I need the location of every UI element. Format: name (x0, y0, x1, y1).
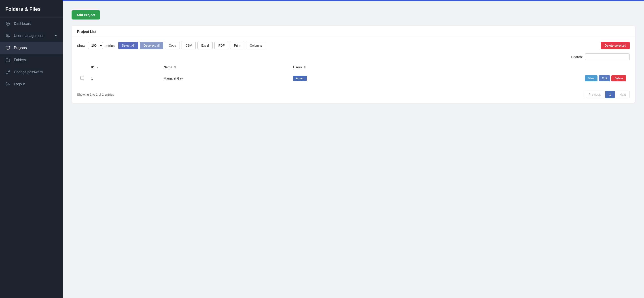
search-input[interactable] (585, 53, 630, 60)
search-row: Search: (77, 53, 630, 60)
projects-icon (5, 46, 10, 50)
sidebar: Folders & Files Dashboard User managem (0, 0, 62, 298)
page-content: Add Project Project List Show 10 25 50 1… (62, 1, 644, 298)
sidebar-item-user-management[interactable]: User management ▼ (0, 30, 62, 42)
showing-text: Showing 1 to 1 of 1 entries (77, 93, 114, 96)
delete-selected-button[interactable]: Delete selected (601, 42, 630, 49)
sidebar-nav: Dashboard User management ▼ (0, 18, 62, 90)
sidebar-item-dashboard[interactable]: Dashboard (0, 18, 62, 30)
delete-row-button[interactable]: Delete (611, 75, 626, 81)
sort-icon-name: ⇅ (174, 66, 176, 69)
logout-icon (5, 82, 10, 87)
th-id-label: ID (91, 65, 94, 69)
svg-point-0 (8, 23, 8, 25)
show-label: Show (77, 44, 86, 48)
th-name-label: Name (164, 65, 172, 69)
row-checkbox[interactable] (80, 76, 84, 80)
project-list-card: Project List Show 10 25 50 100 entries S… (72, 26, 635, 103)
sidebar-item-dashboard-label: Dashboard (14, 22, 57, 26)
previous-button[interactable]: Previous (585, 91, 604, 98)
dashboard-icon (5, 21, 10, 26)
copy-button[interactable]: Copy (165, 42, 180, 49)
sort-icon-users: ⇅ (304, 66, 306, 69)
sidebar-item-change-password-label: Change password (14, 70, 57, 74)
projects-table: ID ▼ Name ⇅ Users ⇅ (77, 63, 630, 84)
sidebar-item-logout-label: Logout (14, 82, 57, 86)
users-icon (5, 33, 10, 38)
sidebar-item-user-management-label: User management (14, 34, 51, 38)
next-button[interactable]: Next (616, 91, 630, 98)
add-project-button[interactable]: Add Project (72, 10, 100, 20)
row-name: Margaret Gay (160, 72, 290, 84)
sort-icon-id: ▼ (96, 66, 99, 69)
sidebar-item-change-password[interactable]: Change password (0, 66, 62, 78)
sidebar-item-logout[interactable]: Logout (0, 78, 62, 90)
card-title: Project List (72, 26, 635, 37)
sidebar-item-folders[interactable]: Folders (0, 54, 62, 66)
deselect-all-button[interactable]: Deselect all (140, 42, 163, 49)
columns-button[interactable]: Columns (246, 42, 266, 49)
th-users-label: Users (293, 65, 302, 69)
action-buttons: View Edit Delete (395, 75, 626, 81)
folders-icon (5, 58, 10, 63)
app-title: Folders & Files (0, 0, 62, 18)
table-header-row: ID ▼ Name ⇅ Users ⇅ (77, 63, 630, 72)
sidebar-item-projects-label: Projects (14, 46, 57, 50)
svg-point-4 (6, 34, 8, 36)
th-checkbox (77, 63, 88, 72)
search-label: Search: (571, 55, 583, 59)
print-button[interactable]: Print (230, 42, 244, 49)
admin-badge: Admin (293, 76, 307, 81)
page-1-button[interactable]: 1 (605, 91, 615, 98)
th-id: ID ▼ (88, 63, 160, 72)
key-icon (5, 70, 10, 75)
th-actions (392, 63, 630, 72)
sidebar-item-folders-label: Folders (14, 58, 57, 62)
main-content: Add Project Project List Show 10 25 50 1… (62, 0, 644, 298)
th-name: Name ⇅ (160, 63, 290, 72)
edit-button[interactable]: Edit (599, 75, 610, 81)
row-actions: View Edit Delete (392, 72, 630, 84)
svg-rect-5 (6, 46, 10, 49)
row-id: 1 (88, 72, 160, 84)
chevron-down-icon: ▼ (54, 34, 57, 37)
excel-button[interactable]: Excel (198, 42, 213, 49)
row-checkbox-cell (77, 72, 88, 84)
pagination-controls: Previous 1 Next (585, 91, 630, 98)
table-row: 1 Margaret Gay Admin View Edit Delete (77, 72, 630, 84)
card-body: Show 10 25 50 100 entries Select all Des… (72, 37, 635, 103)
th-users: Users ⇅ (290, 63, 392, 72)
entries-label: entries (105, 44, 115, 48)
sidebar-item-projects[interactable]: Projects (0, 42, 62, 54)
show-entries-select[interactable]: 10 25 50 100 (88, 42, 103, 49)
table-toolbar: Show 10 25 50 100 entries Select all Des… (77, 42, 630, 49)
csv-button[interactable]: CSV (182, 42, 196, 49)
pagination-row: Showing 1 to 1 of 1 entries Previous 1 N… (77, 88, 630, 98)
select-all-button[interactable]: Select all (118, 42, 138, 49)
table-head: ID ▼ Name ⇅ Users ⇅ (77, 63, 630, 72)
table-body: 1 Margaret Gay Admin View Edit Delete (77, 72, 630, 84)
view-button[interactable]: View (585, 75, 598, 81)
pdf-button[interactable]: PDF (214, 42, 228, 49)
row-users: Admin (290, 72, 392, 84)
